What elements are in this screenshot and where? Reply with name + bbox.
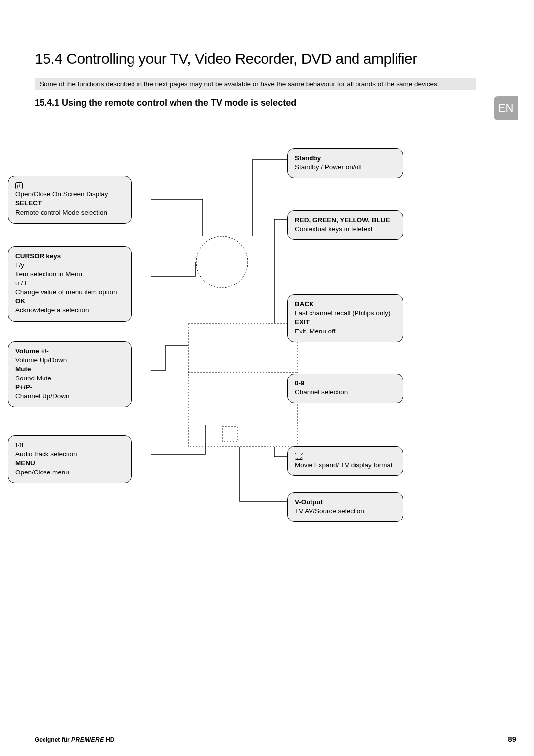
- back-heading: BACK: [295, 300, 314, 308]
- select-label: SELECT: [15, 199, 42, 207]
- pplus-desc: Channel Up/Down: [15, 392, 70, 400]
- callout-osd-select: i+ Open/Close On Screen Display SELECT R…: [8, 176, 132, 224]
- audio-track-icon: I·II: [15, 441, 24, 449]
- callout-standby: Standby Standby / Power on/off: [287, 148, 403, 178]
- standby-desc: Standby / Power on/off: [295, 163, 362, 171]
- cursor-heading: CURSOR keys: [15, 252, 61, 260]
- ok-label: OK: [15, 297, 25, 305]
- footer-brand: PREMIERE: [71, 736, 104, 743]
- menu-heading: MENU: [15, 459, 35, 467]
- cursor-ui: u / i: [15, 280, 26, 287]
- svg-point-2: [196, 236, 248, 288]
- callout-cursor: CURSOR keys t /y Item selection in Menu …: [8, 246, 132, 322]
- audio-track-desc: Audio track selection: [15, 450, 77, 458]
- cursor-item-select: Item selection in Menu: [15, 270, 82, 278]
- mute-heading: Mute: [15, 365, 31, 373]
- svg-rect-3: [222, 427, 237, 442]
- exit-heading: EXIT: [295, 318, 310, 326]
- pplus-heading: P+/P-: [15, 383, 32, 391]
- cursor-ty: t /y: [15, 261, 24, 269]
- exit-desc: Exit, Menu off: [295, 328, 335, 335]
- svg-rect-0: [188, 323, 297, 447]
- colors-desc: Contextual keys in teletext: [295, 225, 373, 233]
- callout-voutput: V-Output TV AV/Source selection: [287, 492, 403, 522]
- callout-audio-menu: I·II Audio track selection MENU Open/Clo…: [8, 435, 132, 483]
- footer-left: Geeignet für PREMIERE HD: [35, 736, 114, 743]
- footer-pre: Geeignet für: [35, 736, 71, 743]
- digits-desc: Channel selection: [295, 388, 348, 396]
- voutput-desc: TV AV/Source selection: [295, 507, 364, 515]
- voutput-heading: V-Output: [295, 498, 323, 506]
- mute-desc: Sound Mute: [15, 375, 51, 382]
- info-plus-icon: i+: [15, 182, 23, 189]
- manual-page: 15.4 Controlling your TV, Video Recorder…: [0, 0, 534, 756]
- svg-rect-1: [188, 236, 297, 323]
- callout-volume: Volume +/- Volume Up/Down Mute Sound Mut…: [8, 341, 132, 407]
- callout-color-keys: RED, GREEN, YELLOW, BLUE Contextual keys…: [287, 210, 403, 240]
- expand-desc: Movie Expand/ TV display format: [295, 461, 393, 469]
- volume-desc: Volume Up/Down: [15, 356, 67, 364]
- page-title: 15.4 Controlling your TV, Video Recorder…: [35, 50, 417, 67]
- standby-heading: Standby: [295, 154, 321, 162]
- digits-heading: 0-9: [295, 379, 305, 387]
- note-banner: Some of the functions described in the n…: [35, 78, 476, 90]
- cursor-change-value: Change value of menu item option: [15, 288, 117, 296]
- callout-expand: ⛶ Movie Expand/ TV display format: [287, 446, 403, 476]
- menu-desc: Open/Close menu: [15, 469, 69, 476]
- footer-brand-suffix: HD: [104, 736, 115, 743]
- page-number: 89: [508, 735, 516, 743]
- osd-line: Open/Close On Screen Display: [15, 190, 108, 198]
- language-tab: EN: [494, 96, 518, 120]
- expand-icon: ⛶: [295, 453, 303, 460]
- volume-heading: Volume +/-: [15, 347, 49, 355]
- callout-back-exit: BACK Last channel recall (Philips only) …: [287, 294, 403, 342]
- back-desc: Last channel recall (Philips only): [295, 309, 391, 317]
- ok-desc: Acknowledge a selection: [15, 306, 89, 314]
- callout-digits: 0-9 Channel selection: [287, 374, 403, 403]
- select-desc: Remote control Mode selection: [15, 209, 107, 216]
- colors-heading: RED, GREEN, YELLOW, BLUE: [295, 216, 390, 224]
- section-subheading: 15.4.1 Using the remote control when the…: [35, 98, 296, 108]
